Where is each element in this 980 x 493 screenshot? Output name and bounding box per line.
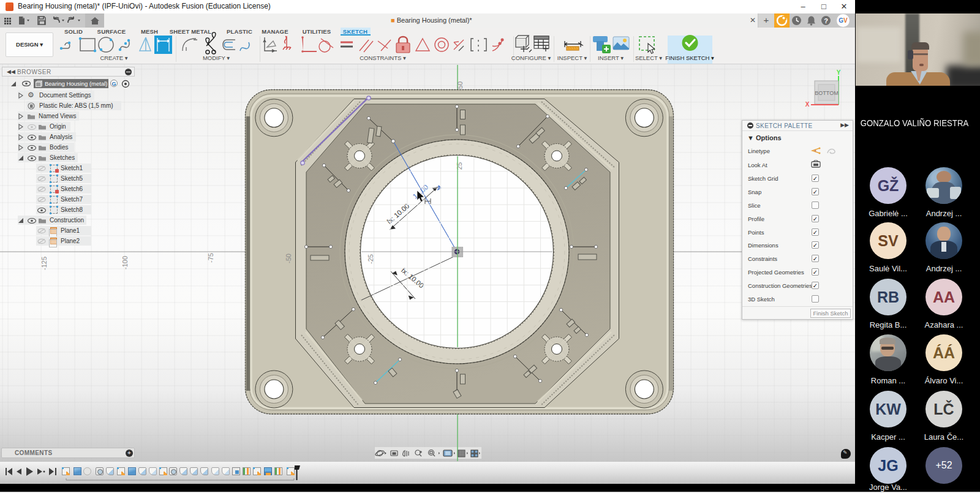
svg-text:?: ?	[824, 17, 828, 24]
svg-text:-50: -50	[285, 254, 292, 263]
svg-text:50: 50	[456, 81, 464, 89]
svg-text:-100: -100	[121, 256, 129, 269]
svg-text:-25: -25	[367, 254, 374, 264]
svg-text:-75: -75	[207, 253, 214, 263]
svg-text:BOTTOM: BOTTOM	[815, 90, 838, 96]
svg-text:X: X	[805, 101, 810, 108]
svg-text:Y: Y	[837, 69, 841, 76]
svg-text:25: 25	[456, 162, 463, 170]
svg-text:-125: -125	[40, 257, 48, 270]
